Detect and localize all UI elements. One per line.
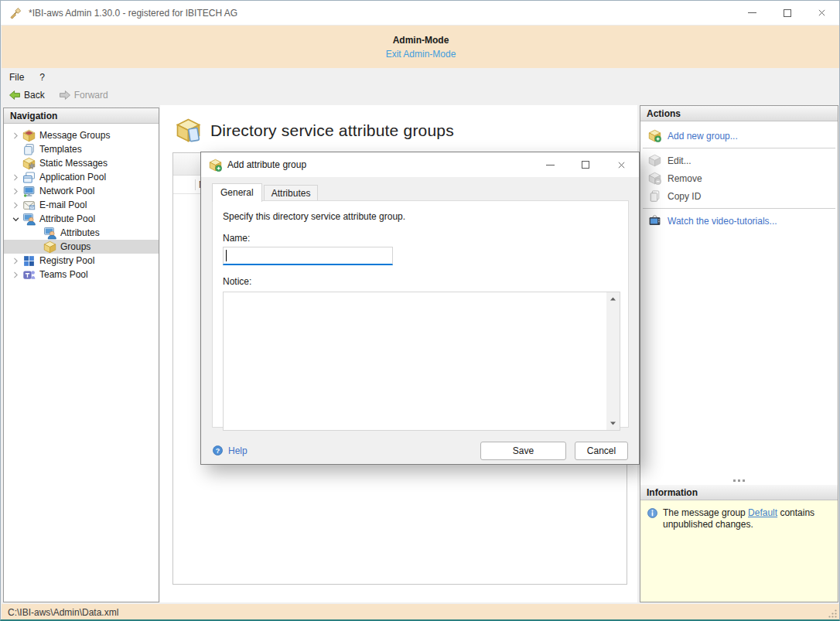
dialog-footer: Help Save Cancel [201, 435, 639, 466]
nav-item-registry-pool[interactable]: Registry Pool [4, 254, 159, 268]
action-label: Copy ID [668, 191, 701, 202]
nav-item-attribute-pool[interactable]: Attribute Pool [4, 212, 159, 226]
help-link[interactable]: Help [212, 445, 248, 456]
information-panel: The message group Default contains unpub… [640, 500, 838, 602]
data-file-path: C:\IBI-aws\Admin\Data.xml [8, 607, 118, 618]
info-icon [647, 507, 658, 519]
text-caret [226, 250, 227, 261]
nav-item-message-groups[interactable]: Message Groups [4, 128, 159, 142]
tab-general[interactable]: General [212, 183, 262, 202]
menu-file[interactable]: File [2, 70, 32, 85]
close-button[interactable] [804, 1, 839, 25]
dialog-close-button[interactable] [603, 152, 639, 177]
chevron-right-icon[interactable] [9, 184, 22, 198]
admin-mode-banner: Admin-Mode Exit Admin-Mode [2, 26, 840, 68]
chevron-right-icon[interactable] [9, 198, 22, 212]
message-groups-icon [22, 129, 36, 142]
add-attribute-group-dialog: Add attribute group General Attributes S… [200, 152, 640, 465]
chevron-right-icon[interactable] [9, 254, 22, 268]
attribute-pool-icon [22, 213, 36, 226]
chevron-down-icon[interactable] [9, 212, 22, 226]
action-watch-video-tutorials[interactable]: Watch the video-tutorials... [640, 212, 838, 230]
add-group-icon [648, 129, 661, 142]
groups-icon [43, 241, 56, 254]
nav-item-email-pool[interactable]: E-mail Pool [4, 198, 159, 212]
scroll-down-button[interactable] [606, 417, 620, 430]
chevron-spacer [9, 156, 22, 170]
information-header: Information [640, 485, 838, 500]
nav-item-application-pool[interactable]: Application Pool [4, 170, 159, 184]
chevron-right-icon[interactable] [9, 170, 22, 184]
edit-icon [648, 154, 661, 167]
action-remove[interactable]: Remove [640, 169, 838, 187]
exit-admin-mode-link[interactable]: Exit Admin-Mode [386, 49, 456, 60]
resize-grip[interactable] [828, 608, 838, 618]
chevron-spacer [29, 226, 43, 240]
save-button[interactable]: Save [480, 442, 566, 460]
maximize-button[interactable] [770, 1, 804, 25]
page-heading: Directory service attribute groups [160, 105, 637, 143]
actions-header: Actions [640, 106, 838, 121]
nav-item-label: Attributes [60, 227, 100, 238]
dialog-minimize-button[interactable] [532, 152, 568, 177]
app-icon [9, 6, 22, 19]
tab-attributes[interactable]: Attributes [264, 185, 319, 201]
notice-scrollbar[interactable] [606, 292, 620, 430]
panel-splitter-handle[interactable] [640, 476, 838, 485]
default-group-link[interactable]: Default [748, 507, 777, 518]
action-edit[interactable]: Edit... [640, 152, 838, 169]
nav-item-label: Static Messages [39, 158, 108, 169]
action-label: Add new group... [668, 131, 738, 142]
dialog-title-bar: Add attribute group [201, 152, 639, 177]
tv-icon [648, 214, 661, 227]
nav-item-static-messages[interactable]: Static Messages [4, 156, 159, 170]
actions-list: Add new group... Edit... Remove Copy ID … [640, 121, 838, 230]
nav-item-attributes[interactable]: Attributes [4, 226, 159, 240]
nav-item-groups[interactable]: Groups [4, 240, 159, 254]
chevron-right-icon[interactable] [9, 128, 22, 142]
forward-button[interactable]: Forward [54, 87, 113, 103]
notice-text-region[interactable] [224, 292, 606, 430]
attributes-icon [43, 227, 56, 240]
dialog-general-tab-panel: Specify this directory service attribute… [212, 200, 629, 428]
triangle-down-icon [609, 420, 617, 427]
close-icon [817, 8, 827, 18]
close-icon [616, 160, 627, 170]
network-pool-icon [22, 185, 36, 198]
maximize-icon [784, 9, 791, 17]
panel-spacer [640, 230, 838, 476]
nav-item-label: E-mail Pool [39, 200, 87, 210]
minimize-button[interactable] [735, 1, 770, 25]
chevron-right-icon[interactable] [9, 268, 22, 281]
cancel-button[interactable]: Cancel [575, 442, 628, 460]
name-field-label: Name: [213, 222, 628, 247]
action-add-new-group[interactable]: Add new group... [640, 127, 838, 145]
scroll-up-button[interactable] [606, 292, 620, 305]
action-copy-id[interactable]: Copy ID [640, 187, 838, 205]
name-input[interactable] [223, 247, 393, 265]
help-icon [212, 445, 224, 456]
actions-separator [643, 148, 835, 148]
window-title: *IBI-aws Admin 1.30.0 - registered for I… [29, 8, 735, 19]
nav-item-label: Message Groups [39, 130, 110, 141]
information-message: The message group Default contains unpub… [663, 507, 827, 602]
nav-item-teams-pool[interactable]: Teams Pool [4, 268, 159, 281]
action-label: Watch the video-tutorials... [668, 216, 777, 227]
action-label: Edit... [668, 155, 691, 166]
nav-item-templates[interactable]: Templates [4, 142, 159, 156]
menu-bar: File ? [2, 68, 840, 86]
chevron-spacer [29, 240, 43, 254]
nav-item-label: Application Pool [39, 172, 106, 183]
notice-textarea[interactable] [223, 292, 620, 431]
nav-item-label: Attribute Pool [39, 213, 95, 224]
nav-item-network-pool[interactable]: Network Pool [4, 184, 159, 198]
teams-pool-icon [22, 268, 36, 281]
menu-help[interactable]: ? [32, 70, 53, 85]
attribute-groups-icon [176, 118, 201, 143]
dialog-maximize-button[interactable] [568, 152, 603, 177]
back-button[interactable]: Back [4, 87, 50, 103]
triangle-up-icon [609, 295, 617, 302]
app-window: *IBI-aws Admin 1.30.0 - registered for I… [0, 0, 840, 621]
dialog-title: Add attribute group [227, 159, 532, 170]
admin-mode-title: Admin-Mode [393, 35, 449, 46]
